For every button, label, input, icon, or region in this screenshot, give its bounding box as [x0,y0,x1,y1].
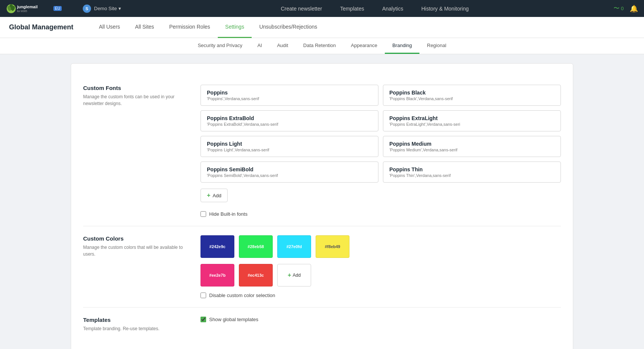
color-grid-row2: #ee2e7b #ec413c + Add [200,264,561,287]
color-swatch-5[interactable]: #ec413c [239,264,273,287]
color-swatch-0[interactable]: #242e9c [200,235,234,258]
add-color-label: Add [293,273,301,278]
show-global-templates-row: Show global templates [200,317,561,322]
disable-colors-label[interactable]: Disable custom color selection [209,293,275,298]
font-card-poppins-black[interactable]: Poppins Black 'Poppins Black',Verdana,sa… [383,85,561,106]
activity-count: 0 [621,6,624,11]
add-color-button[interactable]: + Add [277,264,311,287]
font-card-poppins-extrabold[interactable]: Poppins ExtraBold 'Poppins ExtraBold',Ve… [200,110,378,131]
font-value-poppins-semibold: 'Poppins SemiBold',Verdana,sans-serif [207,173,372,178]
templates-title: Templates [83,317,188,323]
templates-description: Template branding. Re-use templates. [83,325,188,332]
show-global-templates-label[interactable]: Show global templates [209,317,258,322]
main-content: Custom Fonts Manage the custom fonts can… [59,54,585,349]
font-name-poppins-extralight: Poppins ExtraLight [389,115,554,121]
chevron-down-icon: ▾ [118,6,121,11]
site-icon: S [83,5,91,13]
font-name-poppins-light: Poppins Light [207,141,372,147]
custom-fonts-title: Custom Fonts [83,85,188,91]
font-card-poppins-extralight[interactable]: Poppins ExtraLight 'Poppins ExtraLight',… [383,110,561,131]
font-name-poppins-semibold: Poppins SemiBold [207,166,372,172]
disable-custom-color-row: Disable custom color selection [200,293,561,298]
bell-icon[interactable]: 🔔 [630,5,638,13]
settings-card: Custom Fonts Manage the custom fonts can… [71,63,573,349]
color-grid: #242e9c #28eb58 #27e0fd #f8eb49 [200,235,561,258]
color-swatch-4[interactable]: #ee2e7b [200,264,234,287]
show-global-templates-checkbox[interactable] [200,317,206,322]
custom-fonts-description: Manage the custom fonts can be used in y… [83,93,188,107]
nav-history-monitoring[interactable]: History & Monitoring [412,0,478,17]
global-management-header: Global Management All Users All Sites Pe… [0,17,644,38]
nav-create-newsletter[interactable]: Create newsletter [272,0,331,17]
custom-colors-info: Custom Colors Manage the custom colors t… [83,235,188,298]
custom-fonts-section: Custom Fonts Manage the custom fonts can… [83,76,561,226]
color-label-4: #ee2e7b [209,273,225,277]
site-name: Demo Site [94,6,117,11]
color-label-1: #28eb58 [248,244,264,249]
logo-area: junglemail for M365 EU [6,2,74,15]
activity-indicator[interactable]: 〜 0 [614,5,624,12]
global-management-nav: All Users All Sites Permission Roles Set… [91,17,325,38]
main-nav-links: Create newsletter Templates Analytics Hi… [136,0,614,17]
subnav-branding[interactable]: Branding [385,38,419,54]
subnav-security[interactable]: Security and Privacy [190,38,250,54]
color-swatch-1[interactable]: #28eb58 [239,235,273,258]
font-grid: Poppins 'Poppins',Verdana,sans-serif Pop… [200,85,561,183]
nav-right-area: 〜 0 🔔 [614,5,638,13]
font-value-poppins-black: 'Poppins Black',Verdana,sans-serif [389,96,554,101]
font-value-poppins: 'Poppins',Verdana,sans-serif [207,96,372,101]
font-card-poppins-semibold[interactable]: Poppins SemiBold 'Poppins SemiBold',Verd… [200,162,378,183]
add-font-label: Add [213,193,221,198]
templates-section: Templates Template branding. Re-use temp… [83,308,561,341]
top-navigation: junglemail for M365 EU S Demo Site ▾ Cre… [0,0,644,17]
global-management-title: Global Management [9,23,73,31]
font-card-poppins-medium[interactable]: Poppins Medium 'Poppins Medium',Verdana,… [383,136,561,157]
global-nav-all-users[interactable]: All Users [91,17,128,38]
plus-icon: + [207,192,210,199]
font-name-poppins-medium: Poppins Medium [389,141,554,147]
nav-analytics[interactable]: Analytics [373,0,412,17]
eu-badge: EU [53,6,62,11]
color-label-0: #242e9c [210,244,226,249]
subnav-ai[interactable]: AI [250,38,269,54]
font-name-poppins: Poppins [207,90,372,96]
global-nav-settings[interactable]: Settings [218,17,252,38]
font-card-poppins-light[interactable]: Poppins Light 'Poppins Light',Verdana,sa… [200,136,378,157]
color-swatch-2[interactable]: #27e0fd [277,235,311,258]
subnav-regional[interactable]: Regional [419,38,454,54]
add-font-button[interactable]: + Add [200,189,228,202]
svg-text:for M365: for M365 [17,10,27,12]
font-name-poppins-thin: Poppins Thin [389,166,554,172]
activity-wave-icon: 〜 [614,5,620,12]
color-label-5: #ec413c [248,273,264,277]
disable-colors-checkbox[interactable] [200,293,206,298]
subnav-appearance[interactable]: Appearance [343,38,385,54]
custom-colors-title: Custom Colors [83,235,188,242]
custom-colors-description: Manage the custom colors that will be av… [83,244,188,258]
svg-text:junglemail: junglemail [17,5,38,9]
color-label-2: #27e0fd [287,244,302,249]
templates-info: Templates Template branding. Re-use temp… [83,317,188,332]
global-nav-permission-roles[interactable]: Permission Roles [162,17,218,38]
sub-navigation: Security and Privacy AI Audit Data Reten… [0,38,644,54]
global-nav-unsubscribes[interactable]: Unsubscribes/Rejections [252,17,325,38]
font-name-poppins-black: Poppins Black [389,90,554,96]
hide-builtin-checkbox[interactable] [200,211,206,217]
site-selector[interactable]: S Demo Site ▾ [83,5,121,13]
global-nav-all-sites[interactable]: All Sites [128,17,162,38]
font-value-poppins-light: 'Poppins Light',Verdana,sans-serif [207,148,372,152]
hide-builtin-label[interactable]: Hide Built-in fonts [209,211,248,217]
templates-content: Show global templates [200,317,561,332]
font-card-poppins-thin[interactable]: Poppins Thin 'Poppins Thin',Verdana,sans… [383,162,561,183]
subnav-data-retention[interactable]: Data Retention [296,38,343,54]
color-swatch-3[interactable]: #f8eb49 [316,235,349,258]
hide-builtin-fonts-row: Hide Built-in fonts [200,211,561,217]
nav-templates[interactable]: Templates [331,0,373,17]
subnav-audit[interactable]: Audit [269,38,296,54]
custom-colors-content: #242e9c #28eb58 #27e0fd #f8eb49 [200,235,561,298]
custom-colors-section: Custom Colors Manage the custom colors t… [83,226,561,308]
logo-icon: junglemail for M365 [6,2,51,15]
font-card-poppins[interactable]: Poppins 'Poppins',Verdana,sans-serif [200,85,378,106]
custom-fonts-info: Custom Fonts Manage the custom fonts can… [83,85,188,217]
custom-fonts-content: Poppins 'Poppins',Verdana,sans-serif Pop… [200,85,561,217]
